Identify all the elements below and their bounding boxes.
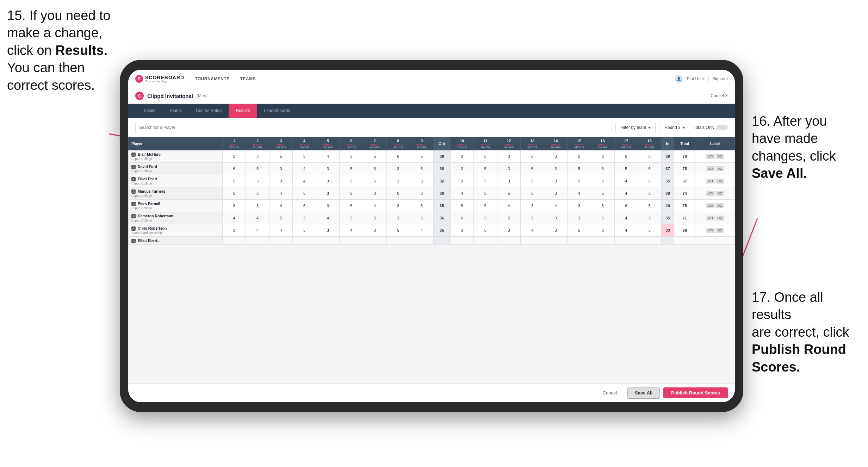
score-cell[interactable]: 4 [568, 187, 591, 200]
score-cell[interactable]: 3 [246, 200, 269, 212]
nav-tournaments[interactable]: TOURNAMENTS [195, 75, 230, 83]
score-cell[interactable]: 5 [638, 163, 662, 175]
score-cell[interactable]: 5 [293, 224, 316, 237]
dq-button[interactable]: DQ [716, 166, 724, 171]
tab-details[interactable]: Details [135, 104, 162, 118]
score-cell[interactable]: 5 [521, 187, 544, 200]
score-cell[interactable]: 3 [638, 212, 662, 224]
nav-teams[interactable]: TEAMS [240, 75, 256, 83]
score-cell[interactable]: 5 [410, 163, 434, 175]
score-cell[interactable]: 5 [450, 200, 474, 212]
score-cell[interactable]: 3 [246, 187, 269, 200]
score-cell[interactable] [521, 237, 544, 245]
score-cell[interactable]: 4 [246, 224, 269, 237]
score-cell[interactable]: 5 [386, 224, 410, 237]
score-cell[interactable]: 4 [222, 212, 246, 224]
score-cell[interactable]: 5 [293, 187, 316, 200]
score-cell[interactable] [497, 237, 521, 245]
filter-by-team-button[interactable]: Filter by team ▾ [615, 122, 656, 133]
score-cell[interactable]: 4 [450, 187, 474, 200]
score-cell[interactable]: 4 [614, 187, 638, 200]
score-cell[interactable]: 4 [497, 200, 521, 212]
score-cell[interactable]: 3 [497, 175, 521, 187]
score-cell[interactable]: 3 [316, 163, 340, 175]
score-cell[interactable] [410, 237, 434, 245]
score-cell[interactable]: 3 [246, 150, 269, 163]
score-cell[interactable]: 5 [568, 175, 591, 187]
score-cell[interactable]: 3 [474, 212, 497, 224]
score-cell[interactable]: 3 [544, 187, 568, 200]
score-cell[interactable]: 4 [269, 200, 293, 212]
score-cell[interactable] [544, 237, 568, 245]
score-cell[interactable]: 3 [363, 187, 387, 200]
score-cell[interactable]: 5 [568, 224, 591, 237]
score-cell[interactable] [340, 237, 363, 245]
score-cell[interactable]: 5 [269, 212, 293, 224]
score-cell[interactable]: 5 [568, 150, 591, 163]
score-cell[interactable]: 4 [293, 163, 316, 175]
score-cell[interactable]: 4 [340, 224, 363, 237]
score-cell[interactable]: 5 [363, 150, 387, 163]
publish-round-scores-button[interactable]: Publish Round Scores [663, 387, 728, 398]
wd-button[interactable]: WD [706, 203, 715, 208]
wd-button[interactable]: WD [706, 179, 715, 183]
score-cell[interactable]: 3 [521, 200, 544, 212]
score-cell[interactable] [614, 237, 638, 245]
score-cell[interactable]: 3 [544, 224, 568, 237]
score-cell[interactable]: 3 [340, 175, 363, 187]
cancel-tournament-button[interactable]: Cancel X [711, 93, 728, 98]
scores-container[interactable]: Player 1PAR: 4370 YDS 2PAR: 5511 YDS 3PA… [128, 137, 735, 383]
score-cell[interactable]: 5 [269, 150, 293, 163]
score-cell[interactable]: 3 [386, 212, 410, 224]
score-cell[interactable]: 3 [638, 150, 662, 163]
wd-button[interactable]: WD [706, 166, 715, 171]
tab-leaderboards[interactable]: Leaderboards [257, 104, 297, 118]
round-selector-button[interactable]: Round 3 ▾ [659, 122, 690, 133]
score-cell[interactable]: 3 [450, 163, 474, 175]
score-cell[interactable]: 3 [293, 212, 316, 224]
score-cell[interactable]: 6 [363, 163, 387, 175]
score-cell[interactable]: 3 [316, 224, 340, 237]
score-cell[interactable]: 4 [269, 187, 293, 200]
score-cell[interactable]: 5 [340, 163, 363, 175]
score-cell[interactable]: 5 [497, 212, 521, 224]
dq-button[interactable]: DQ [716, 203, 724, 208]
wd-button[interactable]: WD [706, 154, 715, 159]
tab-teams[interactable]: Teams [162, 104, 189, 118]
score-cell[interactable]: 3 [246, 163, 269, 175]
score-cell[interactable]: 5 [222, 175, 246, 187]
score-cell[interactable]: 5 [340, 187, 363, 200]
score-cell[interactable]: 5 [340, 200, 363, 212]
score-cell[interactable]: 5 [293, 150, 316, 163]
score-cell[interactable]: 5 [568, 163, 591, 175]
score-cell[interactable]: 5 [638, 200, 662, 212]
score-cell[interactable]: 5 [293, 200, 316, 212]
score-cell[interactable] [222, 237, 246, 245]
dq-button[interactable]: DQ [716, 154, 724, 159]
score-cell[interactable] [450, 237, 474, 245]
score-cell[interactable]: 5 [474, 224, 497, 237]
dq-button[interactable]: DQ [716, 216, 724, 220]
score-cell[interactable] [246, 237, 269, 245]
score-cell[interactable]: 4 [614, 224, 638, 237]
score-cell[interactable]: 5 [497, 187, 521, 200]
score-cell[interactable]: 4 [316, 212, 340, 224]
score-cell[interactable]: 5 [591, 212, 614, 224]
score-cell[interactable]: 6 [386, 150, 410, 163]
score-cell[interactable]: 3 [497, 224, 521, 237]
score-cell[interactable] [474, 237, 497, 245]
score-cell[interactable]: 3 [222, 150, 246, 163]
score-cell[interactable]: 3 [386, 200, 410, 212]
totals-toggle-switch[interactable] [717, 125, 728, 130]
score-cell[interactable]: 3 [638, 224, 662, 237]
tab-course-setup[interactable]: Course Setup [189, 104, 229, 118]
score-cell[interactable]: 3 [340, 212, 363, 224]
score-cell[interactable]: 5 [591, 200, 614, 212]
score-cell[interactable]: 3 [363, 224, 387, 237]
score-cell[interactable]: 3 [246, 175, 269, 187]
score-cell[interactable]: 6 [638, 175, 662, 187]
score-cell[interactable]: 5 [474, 163, 497, 175]
score-cell[interactable]: 6 [614, 200, 638, 212]
score-cell[interactable]: 5 [386, 187, 410, 200]
score-cell[interactable]: 3 [591, 163, 614, 175]
